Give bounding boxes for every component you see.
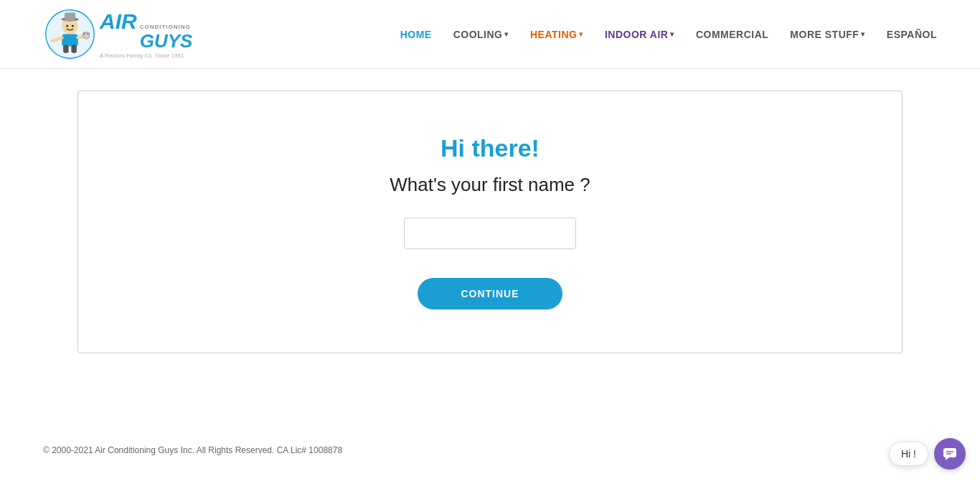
svg-rect-3 xyxy=(65,13,75,21)
svg-rect-14 xyxy=(943,448,956,457)
nav-home[interactable]: HOME xyxy=(400,29,432,40)
svg-rect-4 xyxy=(62,34,78,47)
svg-rect-8 xyxy=(71,45,77,53)
form-card: Hi there! What's your first name ? CONTI… xyxy=(77,90,903,353)
chat-open-button[interactable] xyxy=(934,438,966,470)
nav-commercial[interactable]: COMMERCIAL xyxy=(696,29,768,40)
svg-rect-7 xyxy=(63,45,69,53)
logo[interactable]: AIR CONDITIONING GUYS A Rectors Family C… xyxy=(43,7,192,61)
logo-conditioning: CONDITIONING xyxy=(140,24,193,30)
copyright-text: © 2000-2021 Air Conditioning Guys Inc. A… xyxy=(43,445,342,455)
chat-widget: Hi ! xyxy=(889,438,966,470)
heating-dropdown-icon: ▾ xyxy=(579,30,583,38)
more-stuff-dropdown-icon: ▾ xyxy=(861,30,865,38)
indoor-air-label: INDOOR AIR xyxy=(605,29,668,40)
nav-cooling[interactable]: COOLING ▾ xyxy=(453,29,509,40)
mascot-icon xyxy=(43,7,97,61)
nav-indoor-air[interactable]: INDOOR AIR ▾ xyxy=(605,29,674,40)
svg-marker-15 xyxy=(946,457,949,460)
logo-air: AIR xyxy=(100,9,137,34)
more-stuff-label: MORE STUFF xyxy=(790,29,859,40)
main-nav: HOME COOLING ▾ HEATING ▾ INDOOR AIR ▾ CO… xyxy=(400,29,937,40)
question-text: What's your first name ? xyxy=(390,174,590,196)
indoor-air-dropdown-icon: ▾ xyxy=(670,30,674,38)
svg-point-12 xyxy=(87,32,90,35)
first-name-input[interactable] xyxy=(404,218,576,249)
nav-espanol[interactable]: ESPAÑOL xyxy=(887,29,937,40)
continue-button[interactable]: CONTINUE xyxy=(418,278,562,310)
cooling-dropdown-icon: ▾ xyxy=(504,30,509,38)
nav-heating[interactable]: HEATING ▾ xyxy=(530,29,583,40)
svg-point-9 xyxy=(66,25,68,27)
main-content: Hi there! What's your first name ? CONTI… xyxy=(0,69,980,375)
site-footer: © 2000-2021 Air Conditioning Guys Inc. A… xyxy=(43,445,342,455)
chat-bubble-text: Hi ! xyxy=(901,448,916,460)
greeting-text: Hi there! xyxy=(440,134,540,162)
site-header: AIR CONDITIONING GUYS A Rectors Family C… xyxy=(0,0,980,69)
logo-tagline: A Rectors Family Co. Since 1951 xyxy=(100,52,192,59)
logo-text: AIR CONDITIONING GUYS A Rectors Family C… xyxy=(100,9,192,59)
chat-bubble: Hi ! xyxy=(889,442,928,466)
chat-icon xyxy=(942,446,958,462)
logo-guys: GUYS xyxy=(140,30,193,52)
svg-point-10 xyxy=(72,25,74,27)
cooling-label: COOLING xyxy=(453,29,503,40)
heating-label: HEATING xyxy=(530,29,577,40)
nav-more-stuff[interactable]: MORE STUFF ▾ xyxy=(790,29,865,40)
svg-point-13 xyxy=(83,32,85,35)
